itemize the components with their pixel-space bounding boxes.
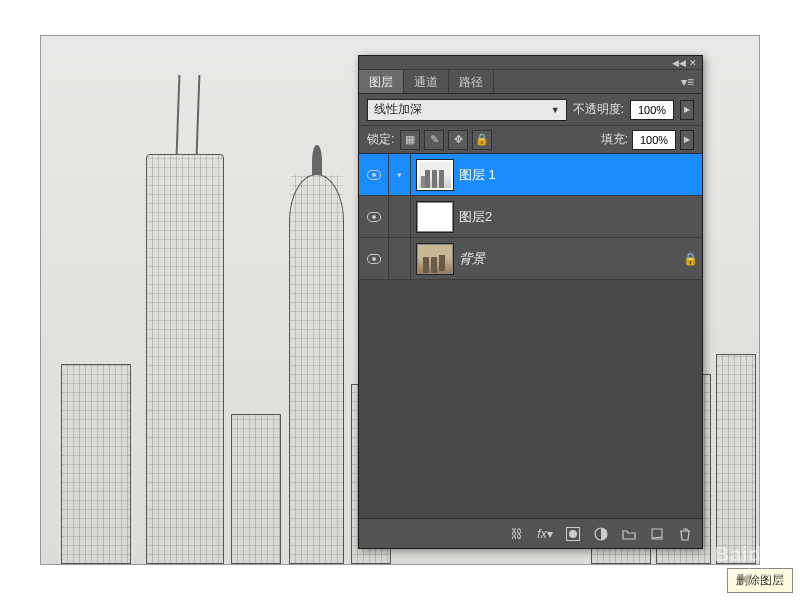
layers-panel: ◀◀ ✕ 图层 通道 路径 ▾≡ 线性加深 不透明度: 100% ▶ 锁定: ▦… — [358, 55, 703, 549]
blend-mode-select[interactable]: 线性加深 — [367, 99, 567, 121]
fill-label: 填充: — [601, 131, 628, 148]
layer-thumbnail[interactable] — [417, 244, 453, 274]
layer-name[interactable]: 背景 — [459, 250, 678, 268]
layer-row[interactable]: 图层2 — [359, 196, 702, 238]
visibility-toggle[interactable] — [359, 196, 389, 237]
panel-footer: ⛓ fx▾ — [359, 518, 702, 548]
layer-style-icon[interactable]: fx▾ — [534, 524, 556, 544]
eye-icon — [367, 212, 381, 222]
layer-thumbnail[interactable] — [417, 160, 453, 190]
layer-row[interactable]: 背景 🔒 — [359, 238, 702, 280]
tab-layers[interactable]: 图层 — [359, 70, 404, 93]
link-indicator[interactable] — [389, 196, 411, 237]
eye-icon — [367, 170, 381, 180]
lock-position-icon[interactable]: ✥ — [448, 130, 468, 150]
lock-all-icon[interactable]: 🔒 — [472, 130, 492, 150]
svg-point-1 — [569, 530, 577, 538]
link-indicator[interactable] — [389, 238, 411, 279]
opacity-input[interactable]: 100% — [630, 100, 674, 120]
link-layers-icon[interactable]: ⛓ — [506, 524, 528, 544]
collapse-icon[interactable]: ◀◀ — [672, 59, 682, 67]
add-mask-icon[interactable] — [562, 524, 584, 544]
fill-input[interactable]: 100% — [632, 130, 676, 150]
lock-pixels-icon[interactable]: ✎ — [424, 130, 444, 150]
visibility-toggle[interactable] — [359, 154, 389, 195]
layer-thumbnail[interactable] — [417, 202, 453, 232]
new-group-icon[interactable] — [618, 524, 640, 544]
tab-paths[interactable]: 路径 — [449, 70, 494, 93]
layer-name[interactable]: 图层2 — [459, 208, 678, 226]
blend-mode-value: 线性加深 — [374, 101, 422, 118]
opacity-flyout[interactable]: ▶ — [680, 100, 694, 120]
link-indicator[interactable]: ▾ — [389, 154, 411, 195]
blend-row: 线性加深 不透明度: 100% ▶ — [359, 94, 702, 126]
delete-layer-icon[interactable] — [674, 524, 696, 544]
new-layer-icon[interactable] — [646, 524, 668, 544]
panel-titlebar: ◀◀ ✕ — [359, 56, 702, 70]
tab-channels[interactable]: 通道 — [404, 70, 449, 93]
layer-list: ▾ 图层 1 图层2 背景 🔒 — [359, 154, 702, 518]
layer-name[interactable]: 图层 1 — [459, 166, 678, 184]
fill-flyout[interactable]: ▶ — [680, 130, 694, 150]
panel-tabs: 图层 通道 路径 ▾≡ — [359, 70, 702, 94]
adjustment-layer-icon[interactable] — [590, 524, 612, 544]
opacity-label: 不透明度: — [573, 101, 624, 118]
close-icon[interactable]: ✕ — [688, 59, 698, 67]
eye-icon — [367, 254, 381, 264]
visibility-toggle[interactable] — [359, 238, 389, 279]
lock-icon: 🔒 — [678, 252, 702, 266]
lock-transparency-icon[interactable]: ▦ — [400, 130, 420, 150]
panel-menu-icon[interactable]: ▾≡ — [673, 70, 702, 93]
lock-label: 锁定: — [367, 131, 394, 148]
delete-tooltip: 删除图层 — [727, 568, 793, 593]
layer-row[interactable]: ▾ 图层 1 — [359, 154, 702, 196]
lock-row: 锁定: ▦ ✎ ✥ 🔒 填充: 100% ▶ — [359, 126, 702, 154]
